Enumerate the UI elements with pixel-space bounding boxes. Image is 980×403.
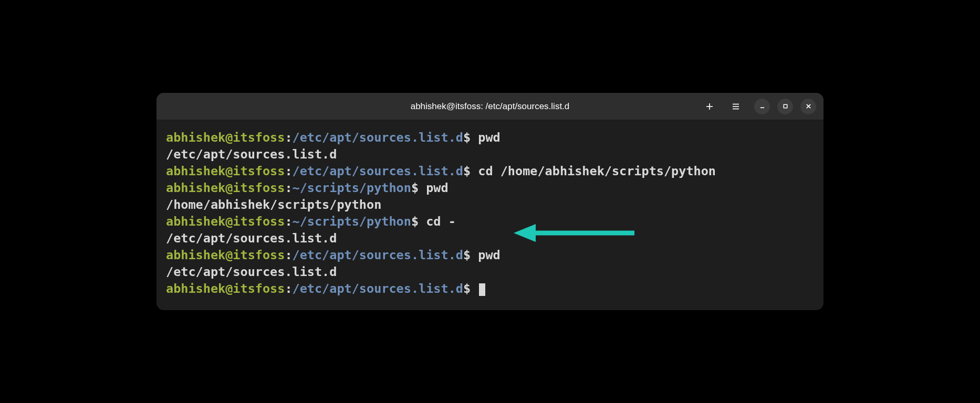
prompt-path: /etc/apt/sources.list.d xyxy=(293,130,463,145)
prompt-dollar: $ xyxy=(411,214,419,229)
minimize-icon xyxy=(759,103,765,109)
prompt-path: ~/scripts/python xyxy=(293,181,411,195)
titlebar-controls xyxy=(702,99,823,114)
terminal-window: abhishek@itsfoss: /etc/apt/sources.list.… xyxy=(157,93,823,310)
prompt-userhost: abhishek@itsfoss xyxy=(166,281,285,296)
terminal-line: abhishek@itsfoss:/etc/apt/sources.list.d… xyxy=(166,281,814,298)
terminal-body[interactable]: abhishek@itsfoss:/etc/apt/sources.list.d… xyxy=(157,120,823,310)
prompt-dollar: $ xyxy=(463,281,471,296)
command-text xyxy=(471,281,478,296)
prompt-path: /etc/apt/sources.list.d xyxy=(293,164,463,178)
prompt-sep: : xyxy=(285,164,292,178)
prompt-dollar: $ xyxy=(463,130,471,145)
cursor-block xyxy=(479,283,485,296)
prompt-path: ~/scripts/python xyxy=(293,214,411,229)
terminal-output: /home/abhishek/scripts/python xyxy=(166,197,814,214)
prompt-path: /etc/apt/sources.list.d xyxy=(293,248,463,262)
prompt-userhost: abhishek@itsfoss xyxy=(166,130,285,145)
new-tab-button[interactable] xyxy=(702,99,717,114)
prompt-sep: : xyxy=(285,281,292,296)
command-text: cd - xyxy=(419,214,456,229)
maximize-icon xyxy=(783,103,788,109)
prompt-userhost: abhishek@itsfoss xyxy=(166,181,285,195)
svg-rect-6 xyxy=(784,105,787,108)
terminal-output: /etc/apt/sources.list.d xyxy=(166,230,814,247)
terminal-output: /etc/apt/sources.list.d xyxy=(166,146,814,163)
prompt-path: /etc/apt/sources.list.d xyxy=(293,281,463,296)
plus-icon xyxy=(705,102,714,111)
titlebar: abhishek@itsfoss: /etc/apt/sources.list.… xyxy=(157,93,823,120)
prompt-sep: : xyxy=(285,181,292,195)
prompt-userhost: abhishek@itsfoss xyxy=(166,248,285,262)
terminal-output: /etc/apt/sources.list.d xyxy=(166,264,814,281)
prompt-dollar: $ xyxy=(463,248,471,262)
prompt-userhost: abhishek@itsfoss xyxy=(166,164,285,178)
prompt-userhost: abhishek@itsfoss xyxy=(166,214,285,229)
terminal-line: abhishek@itsfoss:/etc/apt/sources.list.d… xyxy=(166,130,814,146)
close-button[interactable] xyxy=(800,99,816,114)
close-icon xyxy=(806,103,811,109)
window-controls xyxy=(754,99,816,114)
terminal-line: abhishek@itsfoss:~/scripts/python$ pwd xyxy=(166,180,814,197)
prompt-sep: : xyxy=(285,248,292,262)
prompt-sep: : xyxy=(285,214,292,229)
command-text: pwd xyxy=(419,181,449,195)
command-text: pwd xyxy=(471,130,501,145)
minimize-button[interactable] xyxy=(754,99,770,114)
window-title: abhishek@itsfoss: /etc/apt/sources.list.… xyxy=(411,101,570,112)
prompt-dollar: $ xyxy=(463,164,471,178)
prompt-sep: : xyxy=(285,130,292,145)
terminal-line: abhishek@itsfoss:~/scripts/python$ cd - xyxy=(166,214,814,230)
terminal-line: abhishek@itsfoss:/etc/apt/sources.list.d… xyxy=(166,163,814,180)
command-text: cd /home/abhishek/scripts/python xyxy=(471,164,716,178)
command-text: pwd xyxy=(471,248,501,262)
prompt-dollar: $ xyxy=(411,181,419,195)
hamburger-icon xyxy=(731,102,741,111)
maximize-button[interactable] xyxy=(777,99,793,114)
terminal-line: abhishek@itsfoss:/etc/apt/sources.list.d… xyxy=(166,247,814,264)
menu-button[interactable] xyxy=(728,99,744,114)
